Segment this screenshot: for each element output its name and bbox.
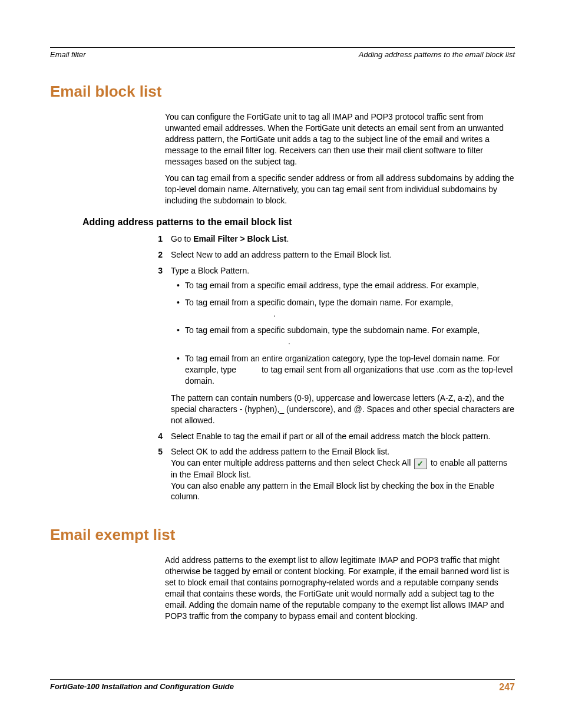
running-header: Email filter Adding address patterns to …: [50, 50, 515, 59]
step-number: 1: [148, 233, 171, 245]
section-email-exempt: Email exempt list Add address patterns t…: [50, 526, 515, 621]
text-with-icon: You can enter multiple address patterns …: [171, 457, 515, 480]
text: Type a Block Pattern.: [171, 266, 249, 275]
text: Go to: [171, 234, 193, 243]
step-list: 1 Go to Email Filter > Block List. 2 Sel…: [165, 233, 515, 502]
header-right: Adding address patterns to the email blo…: [359, 50, 515, 59]
text: You can enter multiple address patterns …: [171, 458, 413, 467]
step-number: 2: [148, 249, 171, 261]
step-body: Go to Email Filter > Block List.: [171, 233, 515, 245]
step-number: 4: [148, 431, 171, 442]
heading-email-exempt-list: Email exempt list: [50, 526, 515, 544]
list-item: To tag email from an entire organization…: [177, 353, 515, 387]
list-item: To tag email from a specific subdomain, …: [177, 325, 515, 347]
step-number: 5: [148, 446, 171, 502]
list-item: To tag email from a specific email addre…: [177, 280, 515, 291]
pattern-note: The pattern can contain numbers (0-9), u…: [171, 393, 515, 426]
step-3: 3 Type a Block Pattern. To tag email fro…: [165, 265, 515, 426]
step-5: 5 Select OK to add the address pattern t…: [165, 446, 515, 502]
footer-title: FortiGate-100 Installation and Configura…: [50, 682, 234, 693]
paragraph: You can configure the FortiGate unit to …: [165, 111, 515, 167]
footer-rule: [50, 679, 515, 680]
step-body: Select OK to add the address pattern to …: [171, 446, 515, 502]
page: Email filter Adding address patterns to …: [0, 0, 562, 728]
paragraph: Add address patterns to the exempt list …: [165, 555, 515, 621]
list-item: To tag email from a specific domain, typ…: [177, 297, 515, 319]
footer-line: FortiGate-100 Installation and Configura…: [50, 682, 515, 693]
text: To tag email from a specific subdomain, …: [185, 325, 480, 335]
step-4: 4 Select Enable to tag the email if part…: [165, 431, 515, 442]
footer: FortiGate-100 Installation and Configura…: [50, 679, 515, 693]
text: .: [273, 309, 276, 318]
header-left: Email filter: [50, 50, 86, 59]
text: .: [286, 234, 289, 243]
page-number: 247: [499, 682, 515, 693]
text: Select OK to add the address pattern to …: [171, 446, 515, 457]
header-rule: [50, 47, 515, 48]
menu-path: Email Filter > Block List: [193, 234, 286, 243]
step-body: Select Enable to tag the email if part o…: [171, 431, 515, 442]
text: You can also enable any pattern in the E…: [171, 480, 515, 503]
step-number: 3: [148, 265, 171, 426]
bullet-list: To tag email from a specific email addre…: [177, 280, 515, 387]
text: .: [288, 337, 290, 346]
paragraph: You can tag email from a specific sender…: [165, 173, 515, 206]
subheading-adding-patterns: Adding address patterns to the email blo…: [82, 217, 515, 228]
step-body: Select New to add an address pattern to …: [171, 249, 515, 261]
step-1: 1 Go to Email Filter > Block List.: [165, 233, 515, 245]
step-body: Type a Block Pattern. To tag email from …: [171, 265, 515, 426]
check-all-icon: [414, 459, 427, 469]
text: To tag email from a specific domain, typ…: [185, 298, 453, 307]
step-2: 2 Select New to add an address pattern t…: [165, 249, 515, 261]
intro-block: You can configure the FortiGate unit to …: [165, 111, 515, 206]
intro-block: Add address patterns to the exempt list …: [165, 555, 515, 621]
heading-email-block-list: Email block list: [50, 83, 515, 101]
